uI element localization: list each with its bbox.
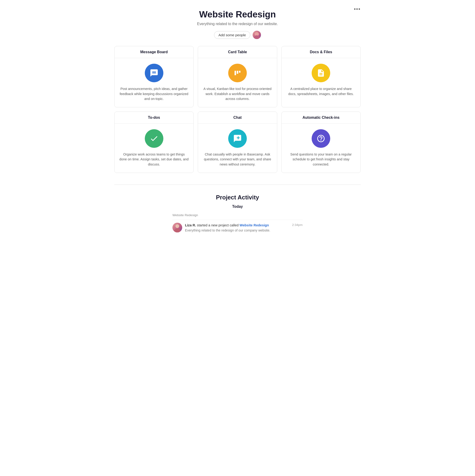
tool-card-title-to-dos: To-dos	[115, 112, 193, 124]
tool-card-title-message-board: Message Board	[115, 46, 193, 58]
activity-sub: Everything related to the redesign of ou…	[185, 228, 289, 232]
tool-card-title-automatic-checkins: Automatic Check-ins	[282, 112, 360, 124]
tool-card-docs-files[interactable]: Docs & Files A centralized place to orga…	[281, 46, 361, 107]
page-subtitle: Everything related to the redesign of ou…	[114, 22, 361, 26]
message-board-icon	[145, 64, 163, 82]
header-actions: Add some people	[114, 31, 361, 39]
chat-icon	[228, 129, 247, 148]
activity-content: Liza R. started a new project called Web…	[185, 223, 289, 232]
tool-desc-docs-files: A centralized place to organize and shar…	[286, 86, 356, 96]
tool-card-title-card-table: Card Table	[198, 46, 277, 58]
page-title: Website Redesign	[114, 9, 361, 19]
todos-icon	[145, 129, 163, 148]
today-label: Today	[114, 204, 361, 209]
tool-desc-message-board: Post announcements, pitch ideas, and gat…	[119, 86, 189, 102]
more-options-button[interactable]: •••	[352, 5, 363, 14]
tools-grid: Message Board Post announcements, pitch …	[114, 46, 361, 173]
tool-card-to-dos[interactable]: To-dos Organize work across teams to get…	[114, 112, 194, 173]
activity-avatar	[172, 223, 182, 232]
activity-link[interactable]: Website Redesign	[239, 223, 269, 227]
tool-desc-chat: Chat casually with people in Basecamp. A…	[203, 152, 272, 167]
tool-card-title-chat: Chat	[198, 112, 277, 124]
checkins-icon	[312, 129, 330, 148]
activity-title: Project Activity	[114, 194, 361, 201]
tool-desc-card-table: A visual, Kanban-like tool for process-o…	[203, 86, 272, 102]
avatar[interactable]	[253, 31, 261, 39]
activity-group: Website Redesign Liza R. started a new p…	[172, 213, 303, 235]
tool-card-chat[interactable]: Chat Chat casually with people in Baseca…	[198, 112, 277, 173]
tool-card-title-docs-files: Docs & Files	[282, 46, 360, 58]
docs-files-icon	[312, 64, 330, 82]
activity-text: Liza R. started a new project called Web…	[185, 223, 289, 228]
activity-time: 2:34pm	[292, 223, 303, 227]
tool-card-message-board[interactable]: Message Board Post announcements, pitch …	[114, 46, 194, 107]
tool-desc-to-dos: Organize work across teams to get things…	[119, 152, 189, 167]
card-table-icon	[228, 64, 247, 82]
activity-group-label: Website Redesign	[172, 213, 303, 217]
page-header: Website Redesign Everything related to t…	[114, 9, 361, 39]
tool-card-card-table[interactable]: Card Table A visual, Kanban-like tool fo…	[198, 46, 277, 107]
page-container: ••• Website Redesign Everything related …	[110, 0, 365, 244]
activity-user: Liza R.	[185, 223, 196, 227]
project-activity: Project Activity Today Website Redesign …	[114, 185, 361, 235]
add-people-button[interactable]: Add some people	[214, 31, 250, 39]
activity-item: Liza R. started a new project called Web…	[172, 220, 303, 235]
tool-card-automatic-checkins[interactable]: Automatic Check-ins Send questions to yo…	[281, 112, 361, 173]
tool-desc-automatic-checkins: Send questions to your team on a regular…	[286, 152, 356, 167]
